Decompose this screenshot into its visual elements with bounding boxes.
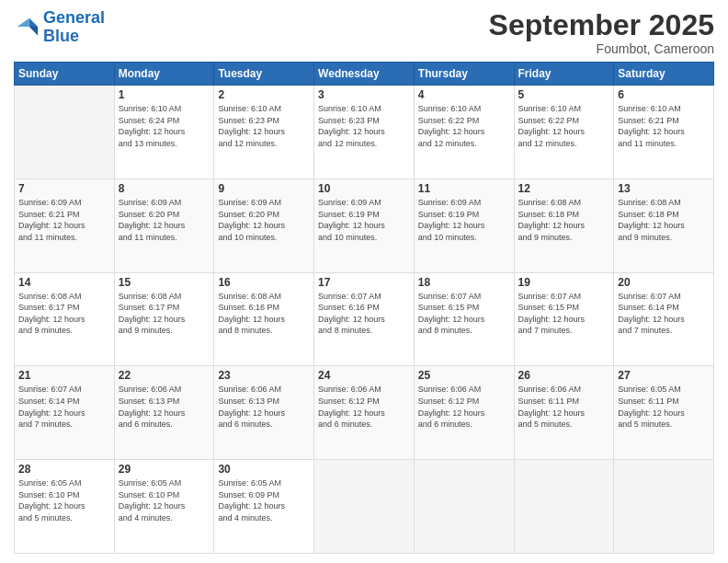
calendar-week-5: 28Sunrise: 6:05 AM Sunset: 6:10 PM Dayli…: [15, 460, 714, 554]
calendar-cell: 10Sunrise: 6:09 AM Sunset: 6:19 PM Dayli…: [314, 178, 415, 272]
weekday-header-monday: Monday: [114, 63, 214, 86]
calendar-cell: 25Sunrise: 6:06 AM Sunset: 6:12 PM Dayli…: [414, 366, 514, 460]
day-number: 5: [518, 88, 610, 101]
day-info: Sunrise: 6:08 AM Sunset: 6:17 PM Dayligh…: [18, 291, 110, 337]
day-info: Sunrise: 6:10 AM Sunset: 6:22 PM Dayligh…: [418, 103, 510, 149]
weekday-header-thursday: Thursday: [414, 63, 514, 86]
calendar-cell: 28Sunrise: 6:05 AM Sunset: 6:10 PM Dayli…: [15, 460, 115, 554]
day-info: Sunrise: 6:06 AM Sunset: 6:13 PM Dayligh…: [119, 384, 210, 430]
day-number: 17: [318, 276, 410, 289]
day-info: Sunrise: 6:05 AM Sunset: 6:10 PM Dayligh…: [119, 477, 210, 523]
day-info: Sunrise: 6:09 AM Sunset: 6:19 PM Dayligh…: [418, 197, 510, 243]
day-info: Sunrise: 6:05 AM Sunset: 6:11 PM Dayligh…: [618, 384, 710, 430]
header: General Blue September 2025 Foumbot, Cam…: [14, 9, 714, 56]
calendar-cell: 23Sunrise: 6:06 AM Sunset: 6:13 PM Dayli…: [214, 366, 314, 460]
calendar-cell: 19Sunrise: 6:07 AM Sunset: 6:15 PM Dayli…: [514, 272, 614, 366]
day-number: 20: [618, 276, 710, 289]
calendar-cell: 24Sunrise: 6:06 AM Sunset: 6:12 PM Dayli…: [314, 366, 415, 460]
calendar-cell: 30Sunrise: 6:05 AM Sunset: 6:09 PM Dayli…: [214, 460, 314, 554]
calendar-cell: 15Sunrise: 6:08 AM Sunset: 6:17 PM Dayli…: [114, 272, 214, 366]
calendar-cell: 18Sunrise: 6:07 AM Sunset: 6:15 PM Dayli…: [414, 272, 514, 366]
day-info: Sunrise: 6:06 AM Sunset: 6:12 PM Dayligh…: [318, 384, 410, 430]
day-number: 21: [18, 369, 110, 382]
svg-marker-0: [29, 18, 38, 27]
day-info: Sunrise: 6:07 AM Sunset: 6:15 PM Dayligh…: [518, 291, 610, 337]
calendar-week-1: 1Sunrise: 6:10 AM Sunset: 6:24 PM Daylig…: [15, 86, 714, 179]
calendar-cell: 26Sunrise: 6:06 AM Sunset: 6:11 PM Dayli…: [514, 366, 614, 460]
day-number: 2: [218, 88, 310, 101]
calendar-cell: [514, 460, 614, 554]
calendar-cell: 9Sunrise: 6:09 AM Sunset: 6:20 PM Daylig…: [214, 178, 314, 272]
day-info: Sunrise: 6:08 AM Sunset: 6:16 PM Dayligh…: [218, 291, 310, 337]
calendar-cell: 12Sunrise: 6:08 AM Sunset: 6:18 PM Dayli…: [514, 178, 614, 272]
day-number: 9: [218, 182, 310, 195]
day-info: Sunrise: 6:06 AM Sunset: 6:12 PM Dayligh…: [418, 384, 510, 430]
day-info: Sunrise: 6:07 AM Sunset: 6:16 PM Dayligh…: [318, 291, 410, 337]
page: General Blue September 2025 Foumbot, Cam…: [0, 0, 728, 563]
day-number: 7: [18, 182, 110, 195]
calendar-cell: [15, 86, 115, 179]
calendar-week-4: 21Sunrise: 6:07 AM Sunset: 6:14 PM Dayli…: [15, 366, 714, 460]
day-info: Sunrise: 6:08 AM Sunset: 6:17 PM Dayligh…: [119, 291, 210, 337]
day-info: Sunrise: 6:06 AM Sunset: 6:13 PM Dayligh…: [218, 384, 310, 430]
calendar-cell: 17Sunrise: 6:07 AM Sunset: 6:16 PM Dayli…: [314, 272, 415, 366]
calendar-cell: 5Sunrise: 6:10 AM Sunset: 6:22 PM Daylig…: [514, 86, 614, 179]
day-number: 1: [119, 88, 210, 101]
weekday-header-sunday: Sunday: [15, 63, 115, 86]
day-number: 14: [18, 276, 110, 289]
day-number: 13: [618, 182, 710, 195]
day-number: 15: [119, 276, 210, 289]
month-title: September 2025: [489, 9, 714, 41]
day-number: 11: [418, 182, 510, 195]
calendar-cell: [414, 460, 514, 554]
calendar-cell: 27Sunrise: 6:05 AM Sunset: 6:11 PM Dayli…: [614, 366, 714, 460]
logo-line1: General: [43, 8, 105, 27]
calendar-cell: [314, 460, 415, 554]
weekday-header-saturday: Saturday: [614, 63, 714, 86]
calendar-cell: 13Sunrise: 6:08 AM Sunset: 6:18 PM Dayli…: [614, 178, 714, 272]
calendar-week-2: 7Sunrise: 6:09 AM Sunset: 6:21 PM Daylig…: [15, 178, 714, 272]
day-info: Sunrise: 6:10 AM Sunset: 6:23 PM Dayligh…: [218, 103, 310, 149]
svg-marker-2: [17, 18, 29, 27]
calendar-cell: 1Sunrise: 6:10 AM Sunset: 6:24 PM Daylig…: [114, 86, 214, 179]
logo-icon: [14, 15, 40, 40]
day-number: 6: [618, 88, 710, 101]
calendar-cell: 22Sunrise: 6:06 AM Sunset: 6:13 PM Dayli…: [114, 366, 214, 460]
calendar-cell: 16Sunrise: 6:08 AM Sunset: 6:16 PM Dayli…: [214, 272, 314, 366]
day-info: Sunrise: 6:10 AM Sunset: 6:22 PM Dayligh…: [518, 103, 610, 149]
day-info: Sunrise: 6:08 AM Sunset: 6:18 PM Dayligh…: [518, 197, 610, 243]
day-number: 8: [119, 182, 210, 195]
day-info: Sunrise: 6:07 AM Sunset: 6:15 PM Dayligh…: [418, 291, 510, 337]
day-info: Sunrise: 6:08 AM Sunset: 6:18 PM Dayligh…: [618, 197, 710, 243]
day-number: 12: [518, 182, 610, 195]
day-info: Sunrise: 6:07 AM Sunset: 6:14 PM Dayligh…: [618, 291, 710, 337]
day-info: Sunrise: 6:10 AM Sunset: 6:21 PM Dayligh…: [618, 103, 710, 149]
location-subtitle: Foumbot, Cameroon: [489, 41, 714, 56]
calendar-cell: 29Sunrise: 6:05 AM Sunset: 6:10 PM Dayli…: [114, 460, 214, 554]
day-info: Sunrise: 6:09 AM Sunset: 6:21 PM Dayligh…: [18, 197, 110, 243]
day-info: Sunrise: 6:06 AM Sunset: 6:11 PM Dayligh…: [518, 384, 610, 430]
calendar-cell: 21Sunrise: 6:07 AM Sunset: 6:14 PM Dayli…: [15, 366, 115, 460]
day-number: 19: [518, 276, 610, 289]
day-number: 18: [418, 276, 510, 289]
calendar-cell: 20Sunrise: 6:07 AM Sunset: 6:14 PM Dayli…: [614, 272, 714, 366]
day-info: Sunrise: 6:09 AM Sunset: 6:20 PM Dayligh…: [119, 197, 210, 243]
calendar-cell: 3Sunrise: 6:10 AM Sunset: 6:23 PM Daylig…: [314, 86, 415, 179]
day-number: 23: [218, 369, 310, 382]
day-number: 29: [119, 463, 210, 476]
day-info: Sunrise: 6:09 AM Sunset: 6:19 PM Dayligh…: [318, 197, 410, 243]
day-number: 26: [518, 369, 610, 382]
day-info: Sunrise: 6:09 AM Sunset: 6:20 PM Dayligh…: [218, 197, 310, 243]
svg-marker-1: [29, 27, 38, 35]
calendar-week-3: 14Sunrise: 6:08 AM Sunset: 6:17 PM Dayli…: [15, 272, 714, 366]
calendar-cell: 2Sunrise: 6:10 AM Sunset: 6:23 PM Daylig…: [214, 86, 314, 179]
weekday-header-row: SundayMondayTuesdayWednesdayThursdayFrid…: [15, 63, 714, 86]
day-number: 27: [618, 369, 710, 382]
logo: General Blue: [14, 9, 105, 46]
day-number: 4: [418, 88, 510, 101]
weekday-header-wednesday: Wednesday: [314, 63, 415, 86]
calendar-cell: 7Sunrise: 6:09 AM Sunset: 6:21 PM Daylig…: [15, 178, 115, 272]
day-number: 16: [218, 276, 310, 289]
day-info: Sunrise: 6:10 AM Sunset: 6:24 PM Dayligh…: [119, 103, 210, 149]
calendar-cell: 8Sunrise: 6:09 AM Sunset: 6:20 PM Daylig…: [114, 178, 214, 272]
